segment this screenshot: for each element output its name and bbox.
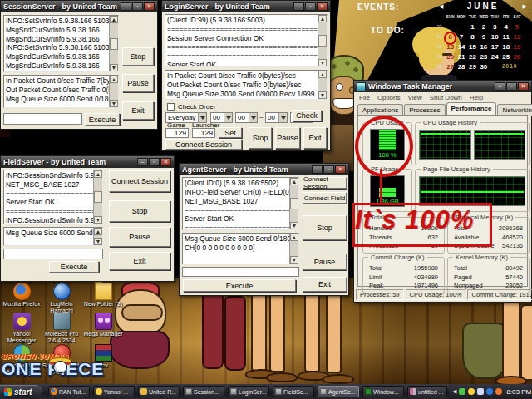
chevron-down-icon[interactable] — [249, 113, 257, 122]
desktop-icon-yahoo-messenger[interactable]: Yahoo! Messenger — [0, 313, 43, 344]
taskbar-button-ran-tutorial[interactable]: RAN Tut... — [48, 386, 90, 397]
menu-file[interactable]: File — [359, 94, 370, 101]
agent-command-input[interactable] — [182, 267, 299, 277]
session-log-box[interactable]: INFO:SetSvrInfo 5.9.38.166 5103 2000 Msg… — [3, 15, 119, 72]
taskbar-button-untitled-paint[interactable]: untitled ... — [407, 386, 447, 397]
session-command-input[interactable] — [3, 113, 82, 125]
scroll-down-icon[interactable] — [318, 59, 327, 66]
set-button[interactable]: Set — [219, 127, 242, 138]
scroll-thumb[interactable] — [94, 191, 102, 203]
taskbar-button-task-manager[interactable]: Window... — [362, 386, 404, 397]
desktop-icon-mega-manager[interactable]: Mega Manager — [81, 313, 125, 337]
pause-button[interactable]: Pause — [275, 127, 300, 149]
stop-button[interactable]: Stop — [249, 127, 272, 149]
scroll-up-icon[interactable] — [290, 234, 298, 241]
taskbar-button-united-folder[interactable]: United R... — [138, 386, 180, 397]
close-icon[interactable]: ✕ — [144, 2, 155, 11]
scroll-thumb[interactable] — [290, 198, 298, 209]
maximize-icon[interactable]: ▫ — [149, 158, 160, 166]
scrollbar[interactable] — [109, 76, 118, 107]
scrollbar[interactable] — [289, 178, 298, 229]
maximize-icon[interactable]: ▫ — [132, 2, 143, 11]
field-command-input[interactable] — [3, 249, 103, 259]
login-stats-box[interactable]: In Packet Count 0/sec Traffic 0(bytes)/s… — [165, 70, 328, 100]
taskbar-button-field-server[interactable]: FieldSe... — [273, 386, 314, 397]
session-execute-button[interactable]: Execute — [85, 113, 120, 126]
field-stats-box[interactable]: Msg Queue Size 6000 Send 0/18000 F — [3, 227, 103, 246]
tab-performance[interactable]: Performance — [446, 102, 497, 115]
calendar-prev-icon[interactable]: ◀ — [439, 3, 443, 10]
desktop-icon-molebox[interactable]: MoleBox Pro 2.6.4.2534 — [40, 313, 83, 344]
minute-from-dropdown[interactable]: 00 — [235, 112, 258, 123]
scroll-thumb[interactable] — [318, 35, 327, 47]
taskbar-button-agent-server[interactable]: AgentSe... — [318, 386, 359, 397]
session-stats-box[interactable]: In Packet Count 0/sec Traffic 7(bytes) O… — [3, 75, 119, 108]
scroll-up-icon[interactable] — [290, 178, 298, 185]
scroll-down-icon[interactable] — [94, 238, 102, 245]
field-connect-session-button[interactable]: Connect Session — [109, 170, 170, 192]
agent-connect-session-button[interactable]: Connect Session — [303, 177, 347, 189]
maximize-icon[interactable]: ▫ — [506, 82, 517, 91]
minimize-icon[interactable]: – — [495, 82, 505, 91]
agent-pause-button[interactable]: Pause — [303, 254, 347, 270]
launcher-version-input[interactable]: 129 — [192, 128, 215, 138]
scrollbar[interactable] — [289, 234, 298, 264]
close-icon[interactable]: ✕ — [160, 158, 171, 166]
check-button[interactable]: Check — [292, 110, 322, 121]
scroll-down-icon[interactable] — [290, 222, 298, 229]
scrollbar[interactable] — [109, 16, 118, 71]
field-pause-button[interactable]: Pause — [109, 227, 170, 247]
close-icon[interactable]: ✕ — [317, 2, 328, 11]
scroll-down-icon[interactable] — [290, 256, 298, 264]
menu-shutdown[interactable]: Shut Down — [430, 94, 462, 101]
chevron-down-icon[interactable] — [278, 113, 287, 122]
desktop-icon-hamachi[interactable]: LogMeIn Hamachi — [40, 283, 83, 314]
tray-icon[interactable] — [486, 388, 493, 395]
close-icon[interactable]: ✕ — [518, 82, 529, 91]
chevron-down-icon[interactable] — [224, 113, 232, 122]
field-exit-button[interactable]: Exit — [109, 252, 170, 270]
game-version-input[interactable]: 129 — [165, 128, 189, 138]
taskbar-button-yahoo[interactable]: Yahoo! ... — [93, 386, 135, 397]
scroll-up-icon[interactable] — [94, 170, 102, 178]
minimize-icon[interactable]: – — [312, 165, 323, 174]
maximize-icon[interactable]: ▫ — [305, 2, 316, 11]
scroll-up-icon[interactable] — [94, 228, 102, 235]
agent-log-box[interactable]: (Client ID:0) (5.9.38.166:5502) INFO:Fie… — [182, 177, 299, 230]
scroll-up-icon[interactable] — [110, 16, 118, 23]
hour-to-dropdown[interactable]: 00 — [265, 112, 288, 123]
tray-icon[interactable] — [495, 388, 502, 395]
session-stop-button[interactable]: Stop — [122, 47, 154, 66]
scroll-thumb[interactable] — [110, 38, 118, 50]
field-execute-button[interactable]: Execute — [49, 261, 99, 273]
desktop-icon-firefox[interactable]: Mozilla Firefox — [0, 283, 43, 308]
tray-icon[interactable] — [459, 388, 466, 395]
field-log-box[interactable]: INFO:SessionSndSwInfo 5.9.38.166 NET_MSG… — [3, 170, 103, 224]
agent-server-titlebar[interactable]: AgentServer - by United Team – ▫ ✕ — [180, 164, 348, 175]
scroll-down-icon[interactable] — [110, 100, 118, 107]
start-button[interactable]: start — [0, 385, 42, 398]
close-icon[interactable]: ✕ — [335, 165, 346, 174]
session-server-titlebar[interactable]: SessionServer - by United Team – ▫ ✕ — [1, 1, 157, 12]
agent-connect-field-button[interactable]: Connect Field — [303, 192, 347, 204]
check-order-checkbox[interactable] — [167, 103, 175, 111]
scrollbar[interactable] — [318, 15, 327, 66]
field-stop-button[interactable]: Stop — [109, 200, 170, 222]
maximize-icon[interactable]: ▫ — [323, 165, 334, 174]
agent-execute-button[interactable]: Execute — [183, 279, 296, 292]
calendar-next-icon[interactable]: ▶ — [523, 3, 527, 10]
scroll-up-icon[interactable] — [110, 76, 118, 83]
task-manager-titlebar[interactable]: Windows Task Manager – ▫ ✕ — [354, 81, 531, 92]
menu-options[interactable]: Options — [377, 94, 401, 101]
taskbar-button-session-server[interactable]: Session... — [183, 386, 224, 397]
tray-icon[interactable] — [468, 388, 475, 395]
taskbar-button-login-server[interactable]: LoginSer... — [228, 386, 269, 397]
menu-view[interactable]: View — [407, 94, 421, 101]
scroll-up-icon[interactable] — [318, 15, 327, 22]
agent-stop-button[interactable]: Stop — [303, 215, 347, 240]
scroll-down-icon[interactable] — [94, 216, 102, 224]
scrollbar[interactable] — [93, 170, 102, 224]
field-server-titlebar[interactable]: FieldServer - by United Team – ▫ ✕ — [1, 156, 174, 168]
minimize-icon[interactable]: – — [293, 2, 304, 11]
tray-icon[interactable] — [477, 388, 484, 395]
